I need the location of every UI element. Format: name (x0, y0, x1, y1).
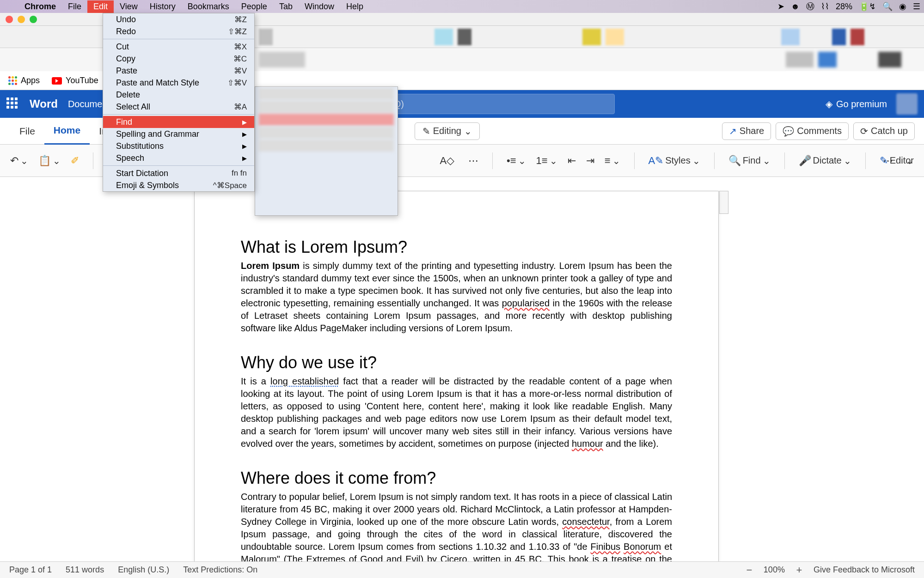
menu-undo[interactable]: Undo⌘Z (103, 13, 254, 25)
menu-spelling-grammar[interactable]: Spelling and Grammar▶ (103, 128, 254, 140)
menu-delete[interactable]: Delete (103, 89, 254, 101)
share-button[interactable]: ↗Share (722, 122, 771, 140)
menu-cut[interactable]: Cut⌘X (103, 41, 254, 53)
menu-find[interactable]: Find▶ (103, 116, 254, 128)
paragraph-1[interactable]: Lorem Ipsum is simply dummy text of the … (241, 260, 672, 335)
wifi-icon[interactable]: ⌇⌇ (821, 1, 829, 12)
status-page[interactable]: Page 1 of 1 (9, 565, 52, 575)
submenu-item-censored[interactable] (259, 88, 394, 100)
menubar-window[interactable]: Window (299, 0, 340, 13)
censored-block (434, 29, 453, 45)
search-icon[interactable]: 🔍 (882, 1, 893, 12)
format-painter-button[interactable]: ✐ (68, 153, 82, 169)
catch-up-button[interactable]: ⟳Catch up (853, 122, 915, 140)
menubar-tab[interactable]: Tab (273, 0, 299, 13)
search-icon: 🔍 (728, 155, 741, 167)
submenu-item-censored[interactable] (259, 101, 394, 113)
share-icon: ↗ (729, 126, 737, 137)
zoom-level[interactable]: 100% (764, 565, 785, 575)
status-words[interactable]: 511 words (66, 565, 104, 575)
menubar-edit[interactable]: Edit (87, 0, 114, 13)
tab-home[interactable]: Home (44, 118, 90, 145)
bulleted-list-button[interactable]: •≡⌄ (504, 153, 529, 169)
clear-formatting-button[interactable]: A◇ (437, 153, 457, 169)
heading-1[interactable]: What is Lorem Ipsum? (241, 237, 672, 257)
feedback-link[interactable]: Give Feedback to Microsoft (814, 565, 915, 575)
app-launcher-icon[interactable] (6, 97, 19, 110)
undo-button[interactable]: ↶⌄ (7, 153, 31, 169)
menu-substitutions[interactable]: Substitutions▶ (103, 140, 254, 152)
paragraph-3[interactable]: Contrary to popular belief, Lorem Ipsum … (241, 491, 672, 561)
submenu-item-censored-highlighted[interactable] (259, 114, 394, 126)
status-language[interactable]: English (U.S.) (118, 565, 169, 575)
numbered-list-button[interactable]: 1≡⌄ (533, 153, 560, 169)
menu-start-dictation[interactable]: Start Dictationfn fn (103, 167, 254, 179)
submenu-item-censored[interactable] (259, 127, 394, 139)
clear-format-icon: A◇ (440, 155, 454, 167)
battery-icon[interactable]: 🔋↯ (859, 1, 876, 12)
menu-select-all[interactable]: Select All⌘A (103, 101, 254, 113)
menubar-bookmarks[interactable]: Bookmarks (182, 0, 235, 13)
siri-icon[interactable]: ◉ (899, 1, 906, 12)
collapse-ribbon-button[interactable]: ⌄ (903, 153, 917, 168)
more-font-button[interactable]: ⋯ (465, 153, 481, 169)
menu-emoji-symbols[interactable]: Emoji & Symbols^⌘Space (103, 179, 254, 191)
status-icon[interactable]: ☻ (791, 2, 800, 12)
battery-percent[interactable]: 28% (836, 2, 852, 12)
heading-3[interactable]: Where does it come from? (241, 468, 672, 488)
word-brand[interactable]: Word (30, 97, 58, 110)
align-button[interactable]: ≡⌄ (602, 153, 623, 169)
control-center-icon[interactable]: ☰ (913, 1, 920, 12)
status-text-predictions[interactable]: Text Predictions: On (183, 565, 257, 575)
comments-button[interactable]: 💬Comments (776, 122, 849, 140)
comment-icon: 💬 (783, 126, 794, 137)
go-premium-button[interactable]: ◈ Go premium (826, 98, 887, 110)
minimize-window-button[interactable] (18, 16, 25, 23)
status-icon[interactable]: Ⓜ (806, 1, 814, 12)
ruler-tab[interactable] (719, 191, 728, 214)
menu-paste-match-style[interactable]: Paste and Match Style⇧⌘V (103, 77, 254, 89)
diamond-icon: ◈ (826, 98, 832, 110)
menubar-app[interactable]: Chrome (18, 0, 62, 13)
chevron-down-icon: ⌄ (906, 155, 914, 166)
menu-speech[interactable]: Speech▶ (103, 152, 254, 164)
styles-button[interactable]: A✎Styles⌄ (646, 153, 703, 169)
menu-redo[interactable]: Redo⇧⌘Z (103, 25, 254, 37)
bullet-list-icon: •≡ (507, 155, 516, 167)
tab-file[interactable]: File (10, 118, 44, 145)
chevron-down-icon: ⌄ (464, 126, 472, 137)
document-canvas[interactable]: What is Lorem Ipsum? Lorem Ipsum is simp… (0, 177, 924, 561)
paste-button[interactable]: 📋⌄ (36, 153, 63, 169)
menubar-history[interactable]: History (144, 0, 182, 13)
bookmark-youtube[interactable]: YouTube (52, 76, 98, 85)
menubar-file[interactable]: File (62, 0, 87, 13)
chevron-down-icon: ⌄ (612, 155, 620, 166)
avatar[interactable] (896, 93, 918, 115)
maximize-window-button[interactable] (30, 16, 37, 23)
editing-mode-dropdown[interactable]: ✎ Editing ⌄ (415, 122, 480, 140)
menu-paste[interactable]: Paste⌘V (103, 65, 254, 77)
increase-indent-button[interactable]: ⇥ (583, 153, 597, 169)
ribbon-separator (634, 152, 635, 169)
indent-icon: ⇥ (586, 155, 594, 167)
menubar-people[interactable]: People (235, 0, 273, 13)
more-ribbon-button[interactable]: ⋯ (880, 153, 896, 169)
heading-2[interactable]: Why do we use it? (241, 353, 672, 372)
decrease-indent-button[interactable]: ⇤ (565, 153, 579, 169)
chevron-down-icon: ⌄ (53, 155, 61, 166)
menubar-view[interactable]: View (114, 0, 144, 13)
chevron-down-icon: ⌄ (550, 155, 557, 166)
bookmark-apps[interactable]: Apps (8, 76, 40, 85)
status-icon[interactable]: ➤ (777, 1, 784, 12)
submenu-item-censored[interactable] (259, 140, 394, 152)
menu-copy[interactable]: Copy⌘C (103, 53, 254, 65)
find-button[interactable]: 🔍Find⌄ (726, 153, 773, 169)
zoom-out-button[interactable]: − (744, 564, 754, 576)
close-window-button[interactable] (6, 16, 13, 23)
menu-separator (103, 39, 254, 39)
menubar-help[interactable]: Help (340, 0, 369, 13)
zoom-in-button[interactable]: + (794, 564, 804, 576)
dictate-button[interactable]: 🎤Dictate⌄ (796, 153, 854, 169)
document-page[interactable]: What is Lorem Ipsum? Lorem Ipsum is simp… (194, 191, 719, 561)
paragraph-2[interactable]: It is a long established fact that a rea… (241, 375, 672, 450)
